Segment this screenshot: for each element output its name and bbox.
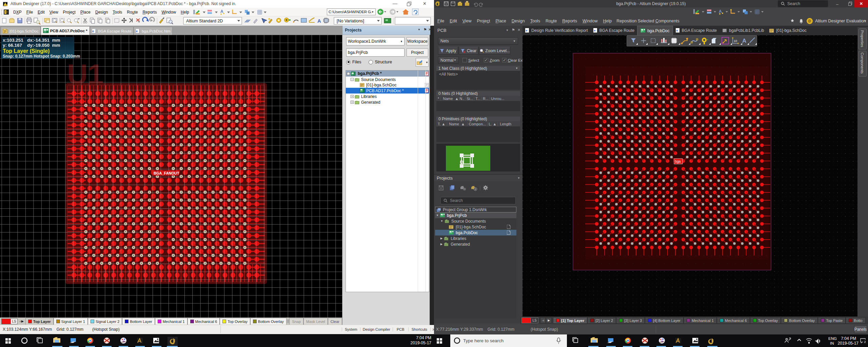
svg-text:A: A xyxy=(742,38,746,44)
svg-text:7:04 PM: 7:04 PM xyxy=(416,335,431,340)
svg-text:A: A xyxy=(719,9,722,14)
svg-text:bga: bga xyxy=(675,160,681,163)
svg-text:A: A xyxy=(220,9,223,14)
svg-text:Altium Standard 2D: Altium Standard 2D xyxy=(186,19,223,23)
svg-text:2019-05-17: 2019-05-17 xyxy=(411,341,432,345)
svg-text:IN: IN xyxy=(830,341,834,345)
svg-text:e: e xyxy=(136,29,138,33)
svg-text:7:04 PM: 7:04 PM xyxy=(841,336,856,341)
svg-text:Snap: 0.127mm Hotspot Snap: 0.: Snap: 0.127mm Hotspot Snap: 0.203mm xyxy=(3,54,80,59)
svg-text:x:103.251 dx:-14.351 mm: x:103.251 dx:-14.351 mm xyxy=(3,38,60,43)
svg-text:ENG: ENG xyxy=(828,336,837,341)
svg-text:e: e xyxy=(92,29,94,33)
svg-text:10: 10 xyxy=(734,39,737,43)
svg-text:2019-05-17: 2019-05-17 xyxy=(838,341,859,346)
svg-text:BGA_FANOUT: BGA_FANOUT xyxy=(154,171,179,175)
svg-text:e: e xyxy=(594,29,595,32)
svg-text:e: e xyxy=(526,29,528,32)
svg-text:A: A xyxy=(317,18,321,24)
svg-text:2: 2 xyxy=(864,340,866,344)
svg-text:y: 66.167 dy:-19.050 mm: y: 66.167 dy:-19.050 mm xyxy=(3,43,60,48)
svg-text:D: D xyxy=(808,19,811,23)
svg-text:e: e xyxy=(676,29,678,32)
svg-text:[No Variations]: [No Variations] xyxy=(337,19,364,23)
svg-text:Type here to search: Type here to search xyxy=(463,338,504,343)
svg-text:Top Layer (Single): Top Layer (Single) xyxy=(3,48,50,54)
